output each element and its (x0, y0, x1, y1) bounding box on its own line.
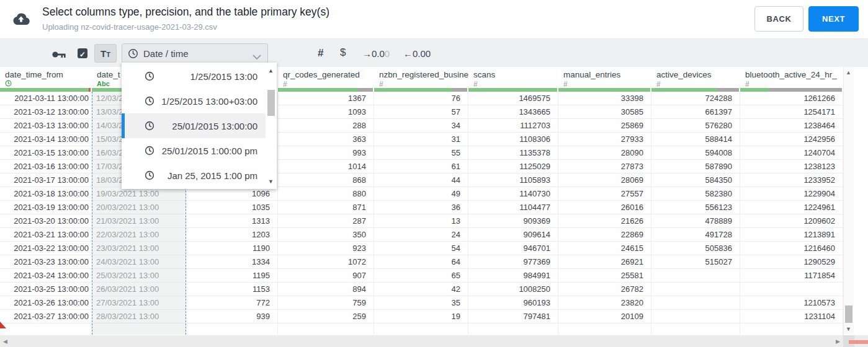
table-cell: 2021-03-13 13:00:00 (0, 119, 92, 133)
table-cell: 772 (186, 296, 277, 310)
table-cell: 2021-03-21 13:00:00 (0, 228, 92, 242)
table-cell: 25/03/2021 13:00 (92, 269, 186, 283)
table-cell: 23/03/2021 13:00 (92, 242, 186, 255)
table-cell: 1190 (186, 242, 277, 255)
table-cell: 1104477 (468, 201, 558, 214)
table-cell: 871 (278, 201, 374, 214)
table-cell: 1469575 (468, 92, 558, 105)
table-column: nzbn_registered_busine#76573431556144493… (374, 67, 468, 335)
decrease-precision-button[interactable]: ←0.00 (403, 48, 431, 59)
table-cell: 1238123 (740, 160, 843, 174)
primary-key-icon[interactable] (52, 50, 66, 61)
table-cell: 909614 (468, 228, 558, 242)
column-header[interactable]: active_devices (651, 67, 740, 79)
table-cell: 36 (374, 201, 468, 214)
table-cell: 1238464 (740, 119, 843, 133)
table-cell: 594008 (651, 146, 740, 160)
table-cell: 2021-03-17 13:00:00 (0, 174, 92, 187)
column-cells: 7657343155614449361324546465423519 (374, 92, 468, 335)
format-option-label: 25/01/2015 1:00:00 pm (154, 146, 257, 156)
table-cell: 1233952 (740, 174, 843, 187)
scroll-right-arrow-icon[interactable]: ▶ (836, 338, 840, 345)
table-cell: 1313 (186, 214, 277, 228)
format-option[interactable]: Jan 25, 2015 1:00 pm (122, 163, 266, 188)
upload-status: Uploading nz-covid-tracer-usage-2021-03-… (42, 22, 217, 32)
column-header[interactable]: nzbn_registered_busine (374, 67, 468, 79)
increase-precision-button[interactable]: →0.00 (362, 48, 390, 59)
vertical-scrollbar[interactable]: ▲ ▼ (843, 67, 854, 335)
column-cells: 1261266125417112384641242956124070412381… (740, 92, 843, 335)
table-cell: 505836 (651, 242, 740, 255)
table-cell: 259 (278, 310, 374, 323)
scroll-down-arrow-icon[interactable]: ▼ (268, 178, 274, 185)
table-cell: 287 (278, 214, 374, 228)
back-button[interactable]: BACK (754, 6, 803, 32)
format-option-label: 1/25/2015 13:00 (154, 71, 257, 82)
vertical-scroll-thumb[interactable] (845, 305, 852, 323)
table-cell: 2021-03-22 13:00:00 (0, 242, 92, 255)
format-option[interactable]: 1/25/2015 13:00 (122, 64, 266, 89)
table-cell: 1213891 (740, 228, 843, 242)
scroll-down-arrow-icon[interactable]: ▼ (846, 326, 851, 332)
column-type-select[interactable]: Date / time (122, 43, 268, 63)
table-cell: 584350 (651, 174, 740, 187)
table-cell: 576280 (651, 119, 740, 133)
scroll-left-arrow-icon[interactable]: ◀ (3, 338, 7, 345)
table-cell: 491728 (651, 228, 740, 242)
column-type-icon: # (651, 79, 740, 88)
table-cell: 2021-03-24 13:00:00 (0, 269, 92, 283)
table-cell: 1096 (186, 187, 277, 201)
table-cell: 1135378 (468, 146, 558, 160)
text-type-button[interactable]: TT (94, 44, 117, 63)
table-cell: 1240704 (740, 146, 843, 160)
table-cell: 2021-03-14 13:00:00 (0, 133, 92, 146)
column-header[interactable]: bluetooth_active_24_hr_ (740, 67, 843, 79)
dropdown-scroll-thumb[interactable] (267, 90, 275, 116)
table-cell: 64 (374, 255, 468, 269)
table-cell: 19 (374, 310, 468, 323)
table-cell: 1035 (186, 201, 277, 214)
scroll-up-arrow-icon[interactable]: ▲ (268, 68, 274, 74)
horizontal-scrollbar[interactable]: ◀ ▶ (0, 335, 868, 347)
column-header[interactable]: scans (468, 67, 558, 79)
table-cell: 35 (374, 296, 468, 310)
table-cell: 1014 (278, 160, 374, 174)
table-cell: 31 (374, 133, 468, 146)
format-option[interactable]: 1/25/2015 13:00+03:00 (122, 89, 266, 113)
clock-icon (128, 48, 138, 61)
row-error-marker (0, 322, 7, 329)
table-cell: 894 (278, 283, 374, 296)
format-dropdown: 1/25/2015 13:001/25/2015 13:00+03:0025/0… (122, 63, 277, 189)
column-cells: 1367109328836399310148688808712873509231… (278, 92, 374, 335)
page-title: Select columns type, precision, and the … (42, 6, 329, 19)
include-column-checkbox[interactable]: ✓ (78, 48, 87, 58)
column-header[interactable]: manual_entries (558, 67, 651, 79)
table-cell: 22/03/2021 13:00 (92, 228, 186, 242)
table-cell: 1153 (186, 283, 277, 296)
table-cell: 25581 (558, 269, 651, 283)
table-cell: 1140730 (468, 187, 558, 201)
table-cell: 57 (374, 105, 468, 119)
table-column: bluetooth_active_24_hr_#1261266125417112… (740, 67, 843, 335)
check-icon: ✓ (79, 50, 86, 59)
format-option[interactable]: 25/01/2015 13:00:00 (122, 113, 266, 138)
column-header[interactable]: date_time_from (0, 67, 92, 79)
column-header[interactable]: qr_codes_generated (278, 67, 374, 79)
table-cell: 588414 (651, 133, 740, 146)
table-cell: 1008250 (468, 283, 558, 296)
next-button[interactable]: NEXT (808, 6, 859, 32)
column-cells: 3339830585258692793328090278732806927557… (558, 92, 651, 335)
dropdown-scrollbar[interactable]: ▲ ▼ (266, 63, 276, 189)
table-cell: 21/03/2021 13:00 (92, 214, 186, 228)
horizontal-scroll-thumb[interactable] (849, 340, 868, 344)
table-cell: 868 (278, 174, 374, 187)
table-cell: 26782 (558, 283, 651, 296)
scroll-up-arrow-icon[interactable]: ▲ (846, 69, 851, 76)
table-cell: 28069 (558, 174, 651, 187)
table-cell: 1171854 (740, 269, 843, 283)
table-cell: 2021-03-20 13:00:00 (0, 214, 92, 228)
format-option[interactable]: 25/01/2015 1:00:00 pm (122, 138, 266, 163)
table-cell: 13 (374, 214, 468, 228)
number-type-button[interactable]: # (318, 47, 323, 59)
currency-type-button[interactable]: $ (340, 46, 346, 59)
